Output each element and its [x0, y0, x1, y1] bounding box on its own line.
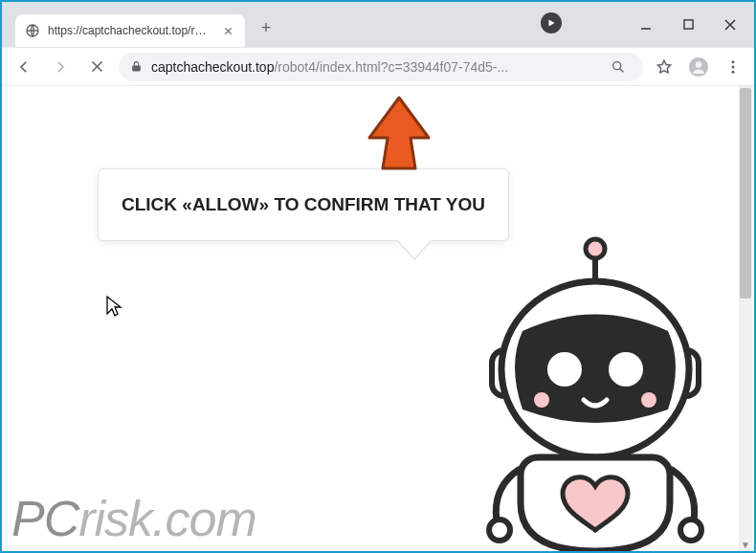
keyword-search-icon[interactable]	[605, 54, 632, 80]
page-content: CLICK «ALLOW» TO CONFIRM THAT YOU	[2, 86, 754, 551]
stop-reload-button[interactable]	[82, 53, 111, 81]
svg-point-20	[680, 520, 701, 541]
svg-point-4	[613, 61, 621, 69]
tab-favicon-globe-icon	[25, 23, 40, 38]
svg-point-19	[489, 520, 510, 541]
address-bar: captchacheckout.top/robot4/index.html?c=…	[2, 48, 754, 86]
back-button[interactable]	[10, 53, 38, 81]
svg-point-18	[641, 392, 656, 408]
svg-point-8	[732, 65, 735, 68]
svg-point-7	[732, 60, 735, 63]
svg-point-11	[586, 239, 605, 258]
tabs-area: https://captchacheckout.top/robo +	[2, 2, 622, 47]
media-playing-icon[interactable]	[540, 11, 563, 38]
bubble-text: CLICK «ALLOW» TO CONFIRM THAT YOU	[122, 194, 485, 214]
browser-tab-active[interactable]: https://captchacheckout.top/robo	[15, 14, 245, 47]
kebab-menu-icon[interactable]	[720, 54, 746, 80]
omnibox[interactable]: captchacheckout.top/robot4/index.html?c=…	[119, 53, 643, 81]
titlebar: https://captchacheckout.top/robo +	[2, 2, 754, 48]
tab-close-icon[interactable]	[220, 23, 235, 38]
svg-point-9	[732, 70, 735, 73]
svg-point-6	[696, 61, 702, 68]
maximize-button[interactable]	[681, 18, 695, 32]
window-close-button[interactable]	[723, 18, 737, 32]
tab-title: https://captchacheckout.top/robo	[48, 24, 212, 37]
watermark-suffix: risk.com	[78, 491, 256, 546]
url-domain: captchacheckout.top	[151, 59, 274, 75]
watermark-prefix: PC	[11, 491, 78, 546]
mouse-cursor-icon	[105, 295, 122, 321]
robot-illustration	[461, 235, 729, 551]
lock-icon	[130, 60, 144, 74]
scrollbar-thumb[interactable]	[740, 88, 751, 299]
speech-bubble: CLICK «ALLOW» TO CONFIRM THAT YOU	[98, 168, 509, 241]
url-path: /robot4/index.html?c=33944f07-74d5-...	[274, 59, 508, 75]
url-text: captchacheckout.top/robot4/index.html?c=…	[151, 59, 597, 75]
minimize-button[interactable]	[639, 18, 653, 32]
svg-point-17	[534, 392, 549, 408]
new-tab-button[interactable]: +	[253, 15, 279, 42]
bookmark-star-icon[interactable]	[651, 54, 678, 80]
window-controls	[622, 2, 754, 47]
scrollbar-track[interactable]: ▲ ▼	[739, 86, 752, 551]
scrollbar-down-icon[interactable]: ▼	[739, 538, 752, 551]
svg-point-15	[547, 352, 582, 387]
pointer-arrow-annotation	[366, 96, 433, 176]
forward-button[interactable]	[46, 53, 75, 81]
profile-avatar-icon[interactable]	[685, 54, 712, 80]
watermark-text: PCrisk.com	[11, 490, 256, 547]
svg-point-16	[609, 352, 643, 387]
svg-rect-3	[683, 20, 692, 29]
